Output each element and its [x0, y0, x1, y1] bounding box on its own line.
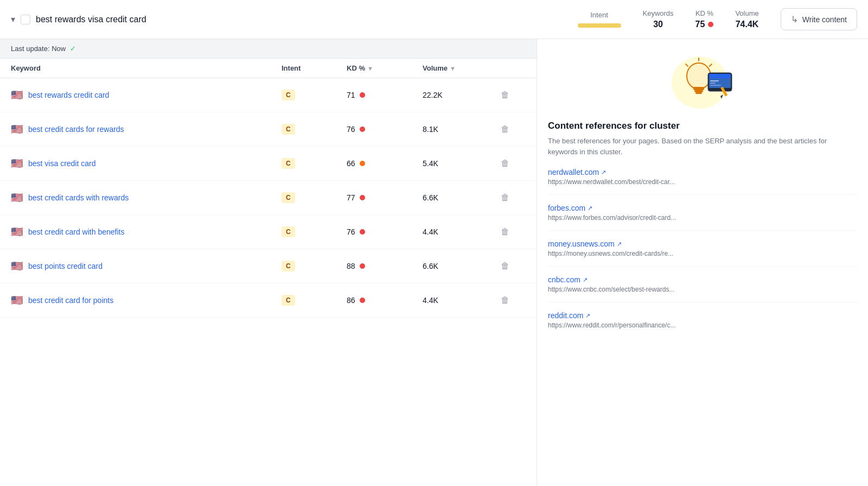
keyword-cell: 🇺🇸 best visa credit card	[11, 157, 282, 169]
keyword-link[interactable]: best rewards credit card	[28, 91, 109, 99]
references-list: nerdwallet.com ↗ https://www.nerdwallet.…	[548, 168, 857, 338]
table-row[interactable]: 🇺🇸 best credit card with benefits C 76 4…	[0, 215, 537, 249]
keyword-link[interactable]: best credit cards for rewards	[28, 125, 124, 134]
top-bar: ▾ best rewards visa credit card Intent K…	[0, 0, 868, 39]
kd-value: 86	[347, 296, 355, 305]
delete-button[interactable]: 🗑	[499, 259, 512, 273]
ref-url: https://www.forbes.com/advisor/credit-ca…	[548, 214, 857, 222]
delete-button[interactable]: 🗑	[499, 191, 512, 205]
keyword-link[interactable]: best credit card with benefits	[28, 228, 124, 236]
ref-domain-link[interactable]: cnbc.com ↗	[548, 275, 857, 284]
check-icon: ✓	[70, 45, 76, 53]
actions-cell: 🗑	[499, 259, 526, 273]
svg-rect-10	[709, 74, 731, 78]
keyword-link[interactable]: best credit card for points	[28, 296, 113, 305]
keyword-link[interactable]: best points credit card	[28, 262, 103, 270]
keyword-cell: 🇺🇸 best credit card for points	[11, 294, 282, 306]
intent-bar-visual	[578, 23, 621, 28]
kd-value: 76	[347, 125, 355, 134]
top-bar-meta: Intent Keywords 30 KD % 75 Volume 74.4K …	[578, 8, 857, 30]
keyword-cell: 🇺🇸 best points credit card	[11, 260, 282, 272]
reference-item: nerdwallet.com ↗ https://www.nerdwallet.…	[548, 168, 857, 195]
vol-cell: 22.2K	[423, 91, 499, 99]
volume-value: 74.4K	[736, 20, 759, 29]
intent-badge: C	[282, 158, 295, 169]
main-container: Last update: Now ✓ Keyword Intent KD % ▼…	[0, 39, 868, 486]
keyword-link[interactable]: best visa credit card	[28, 159, 96, 168]
svg-rect-4	[695, 92, 702, 94]
vol-value: 4.4K	[423, 296, 438, 305]
ref-domain-link[interactable]: reddit.com ↗	[548, 311, 857, 320]
actions-cell: 🗑	[499, 191, 526, 205]
vol-value: 5.4K	[423, 159, 438, 168]
vol-cell: 6.6K	[423, 262, 499, 270]
delete-button[interactable]: 🗑	[499, 293, 512, 307]
keyword-link[interactable]: best credit cards with rewards	[28, 193, 129, 202]
delete-button[interactable]: 🗑	[499, 156, 512, 171]
delete-button[interactable]: 🗑	[499, 122, 512, 136]
volume-label: Volume	[735, 9, 758, 17]
intent-cell: C	[282, 226, 347, 237]
svg-rect-3	[694, 90, 703, 92]
table-row[interactable]: 🇺🇸 best credit cards with rewards C 77 6…	[0, 181, 537, 215]
table-row[interactable]: 🇺🇸 best visa credit card C 66 5.4K 🗑	[0, 147, 537, 181]
intent-cell: C	[282, 261, 347, 272]
page-title: best rewards visa credit card	[36, 15, 146, 24]
external-link-icon: ↗	[583, 276, 588, 283]
svg-rect-11	[710, 80, 719, 81]
ref-domain-link[interactable]: money.usnews.com ↗	[548, 239, 857, 248]
ref-domain-link[interactable]: forbes.com ↗	[548, 204, 857, 212]
table-row[interactable]: 🇺🇸 best credit cards for rewards C 76 8.…	[0, 112, 537, 147]
actions-cell: 🗑	[499, 88, 526, 102]
kd-value: 71	[347, 91, 355, 99]
intent-meta: Intent	[578, 11, 621, 28]
vol-cell: 6.6K	[423, 193, 499, 202]
row-checkbox[interactable]	[21, 15, 30, 24]
actions-cell: 🗑	[499, 225, 526, 239]
volume-filter-icon[interactable]: ▼	[450, 65, 456, 72]
kd-cell: 77	[347, 193, 423, 202]
delete-button[interactable]: 🗑	[499, 88, 512, 102]
kd-dot-icon	[360, 298, 365, 303]
intent-label: Intent	[590, 11, 608, 19]
collapse-icon[interactable]: ▾	[11, 14, 15, 24]
kd-label: KD %	[695, 9, 713, 17]
reference-item: cnbc.com ↗ https://www.cnbc.com/select/b…	[548, 275, 857, 302]
col-kd[interactable]: KD % ▼	[347, 64, 423, 72]
table-row[interactable]: 🇺🇸 best points credit card C 88 6.6K 🗑	[0, 249, 537, 283]
kd-value: 66	[347, 159, 355, 168]
table-header: Keyword Intent KD % ▼ Volume ▼	[0, 59, 537, 78]
col-intent: Intent	[282, 64, 347, 72]
vol-value: 6.6K	[423, 193, 438, 202]
vol-cell: 8.1K	[423, 125, 499, 134]
update-bar: Last update: Now ✓	[0, 39, 537, 59]
content-ref-desc: The best references for your pages. Base…	[548, 136, 857, 157]
ref-domain-link[interactable]: nerdwallet.com ↗	[548, 168, 857, 176]
kd-dot-icon	[360, 263, 365, 269]
kd-dot-icon	[360, 127, 365, 132]
table-row[interactable]: 🇺🇸 best credit card for points C 86 4.4K…	[0, 283, 537, 318]
vol-cell: 4.4K	[423, 228, 499, 236]
intent-badge: C	[282, 192, 295, 203]
kd-dot-icon	[360, 195, 365, 200]
intent-badge: C	[282, 90, 295, 100]
kd-dot-icon	[360, 229, 365, 235]
write-content-button[interactable]: ↳ Write content	[781, 8, 857, 30]
col-keyword: Keyword	[11, 64, 282, 72]
svg-rect-13	[710, 85, 721, 86]
external-link-icon: ↗	[601, 169, 606, 176]
intent-badge: C	[282, 295, 295, 306]
intent-cell: C	[282, 158, 347, 169]
intent-badge: C	[282, 226, 295, 237]
kd-dot-icon	[708, 22, 713, 27]
kd-filter-icon[interactable]: ▼	[367, 65, 373, 72]
table-row[interactable]: 🇺🇸 best rewards credit card C 71 22.2K 🗑	[0, 78, 537, 112]
kd-value: 88	[347, 262, 355, 270]
col-volume[interactable]: Volume ▼	[423, 64, 499, 72]
delete-button[interactable]: 🗑	[499, 225, 512, 239]
keyword-cell: 🇺🇸 best credit cards with rewards	[11, 192, 282, 204]
keyword-cell: 🇺🇸 best credit card with benefits	[11, 226, 282, 238]
flag-icon: 🇺🇸	[11, 89, 23, 101]
flag-icon: 🇺🇸	[11, 123, 23, 135]
flag-icon: 🇺🇸	[11, 157, 23, 169]
